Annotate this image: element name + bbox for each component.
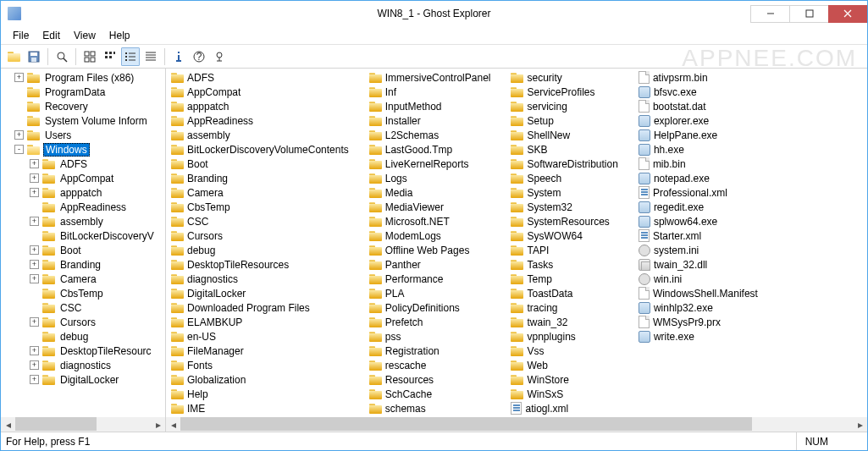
list-item[interactable]: ServiceProfiles (511, 85, 631, 99)
tree-item[interactable]: Recovery (1, 99, 165, 113)
tree-item[interactable]: CSC (1, 300, 165, 315)
list-item[interactable]: MediaViewer (369, 200, 505, 214)
list-item[interactable]: apppatch (171, 99, 362, 113)
zoom-button[interactable] (53, 47, 71, 66)
list-item[interactable]: Setup (511, 113, 631, 128)
list-item[interactable]: ToastData (511, 286, 631, 300)
tree-item[interactable]: +Branding (1, 257, 165, 272)
tree-item[interactable]: +Users (1, 128, 165, 142)
list-item[interactable]: bfsvc.exe (639, 85, 771, 99)
list-item[interactable]: diagnostics (171, 272, 362, 286)
list-item[interactable]: WMSysPr9.prx (639, 315, 771, 329)
list-item[interactable]: winhlp32.exe (639, 300, 771, 315)
list-item[interactable]: Boot (171, 157, 362, 171)
save-button[interactable] (25, 47, 43, 66)
tree-h-scrollbar[interactable]: ◂ ▸ (1, 417, 165, 432)
expand-icon[interactable]: + (30, 360, 39, 370)
expand-icon[interactable]: + (30, 159, 39, 168)
expand-icon[interactable]: + (30, 260, 39, 269)
tree-item[interactable]: +ADFS (1, 157, 165, 171)
view-list-button[interactable] (121, 47, 140, 66)
list-item[interactable]: HelpPane.exe (639, 128, 771, 142)
list-item[interactable]: Microsoft.NET (369, 214, 505, 228)
list-item[interactable]: twain_32 (511, 315, 631, 329)
list-item[interactable]: Speech (511, 171, 631, 185)
list-item[interactable]: Camera (171, 185, 362, 200)
tree-item[interactable]: System Volume Inform (1, 113, 165, 128)
list-item[interactable]: Downloaded Program Files (171, 300, 362, 315)
list-item[interactable]: Fonts (171, 358, 362, 372)
list-item[interactable]: pss (369, 329, 505, 344)
list-item[interactable]: Tasks (511, 257, 631, 272)
list-item[interactable]: BitLockerDiscoveryVolumeContents (171, 142, 362, 157)
list-item[interactable]: Globalization (171, 372, 362, 387)
list-item[interactable]: schemas (369, 401, 505, 415)
list-item[interactable]: Temp (511, 272, 631, 286)
list-item[interactable]: SysWOW64 (511, 228, 631, 243)
expand-icon[interactable]: + (30, 274, 39, 283)
list-item[interactable]: SoftwareDistribution (511, 157, 631, 171)
list-item[interactable]: ModemLogs (369, 228, 505, 243)
scroll-track[interactable] (15, 417, 151, 432)
list-item[interactable]: SKB (511, 142, 631, 157)
tree-item[interactable]: -Windows (1, 142, 165, 157)
list-item[interactable]: write.exe (639, 329, 771, 344)
list-item[interactable]: Registration (369, 344, 505, 358)
tree-item[interactable]: +Boot (1, 243, 165, 257)
list-item[interactable]: Starter.xml (639, 228, 771, 243)
file-list[interactable]: ADFSAppCompatapppatchAppReadinessassembl… (166, 69, 867, 417)
list-item[interactable]: ImmersiveControlPanel (369, 70, 505, 85)
menu-edit[interactable]: Edit (36, 28, 67, 43)
list-item[interactable]: win.ini (639, 272, 771, 286)
list-item[interactable]: hh.exe (639, 142, 771, 157)
list-item[interactable]: splwow64.exe (639, 214, 771, 228)
scroll-left-icon[interactable]: ◂ (1, 417, 15, 432)
scroll-right-icon[interactable]: ▸ (151, 417, 165, 432)
list-item[interactable]: FileManager (171, 344, 362, 358)
expand-icon[interactable]: + (30, 188, 39, 197)
scroll-right-icon[interactable]: ▸ (853, 417, 867, 432)
collapse-icon[interactable]: - (14, 145, 24, 154)
list-item[interactable]: ShellNew (511, 128, 631, 142)
maximize-button[interactable] (789, 5, 828, 23)
list-item[interactable]: IME (171, 401, 362, 415)
scroll-left-icon[interactable]: ◂ (166, 417, 180, 432)
tree-item[interactable]: +diagnostics (1, 358, 165, 372)
list-h-scrollbar[interactable]: ◂ ▸ (166, 417, 867, 432)
list-item[interactable]: L2Schemas (369, 128, 505, 142)
open-button[interactable] (4, 47, 23, 66)
list-item[interactable]: atiogl.xml (511, 401, 631, 415)
tree-item[interactable]: AppReadiness (1, 200, 165, 214)
list-item[interactable]: CSC (171, 214, 362, 228)
tree-item[interactable]: +DigitalLocker (1, 372, 165, 387)
list-item[interactable]: System (511, 185, 631, 200)
list-item[interactable]: Vss (511, 344, 631, 358)
tree-item[interactable]: +Cursors (1, 315, 165, 329)
tree-item[interactable]: +Camera (1, 272, 165, 286)
menu-view[interactable]: View (67, 28, 102, 43)
scroll-track[interactable] (180, 417, 853, 432)
expand-icon[interactable]: + (30, 317, 39, 327)
list-item[interactable]: twain_32.dll (639, 257, 771, 272)
expand-icon[interactable]: + (30, 217, 39, 226)
list-item[interactable]: SchCache (369, 387, 505, 401)
tree-item[interactable]: CbsTemp (1, 286, 165, 300)
expand-icon[interactable]: + (14, 73, 24, 82)
folder-tree[interactable]: +Program Files (x86)ProgramDataRecoveryS… (1, 69, 165, 417)
list-item[interactable]: rescache (369, 358, 505, 372)
scroll-thumb[interactable] (15, 417, 97, 431)
list-item[interactable]: debug (171, 243, 362, 257)
list-item[interactable]: System32 (511, 200, 631, 214)
info-button[interactable] (169, 47, 188, 66)
list-item[interactable]: notepad.exe (639, 171, 771, 185)
list-item[interactable]: Branding (171, 171, 362, 185)
view-small-icons-button[interactable] (101, 47, 119, 66)
list-item[interactable]: Offline Web Pages (369, 243, 505, 257)
help-button[interactable]: ? (190, 47, 208, 66)
list-item[interactable]: ADFS (171, 70, 362, 85)
list-item[interactable]: Performance (369, 272, 505, 286)
list-item[interactable]: servicing (511, 99, 631, 113)
expand-icon[interactable]: + (30, 173, 39, 183)
list-item[interactable]: DesktopTileResources (171, 257, 362, 272)
list-item[interactable]: explorer.exe (639, 113, 771, 128)
